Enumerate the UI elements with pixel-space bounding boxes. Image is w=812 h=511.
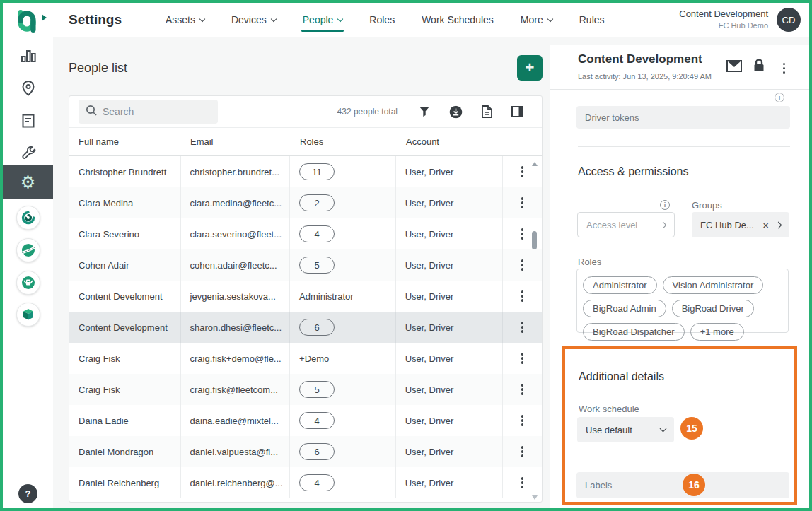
avatar[interactable]: CD	[777, 8, 801, 32]
scroll-down-icon[interactable]	[532, 495, 538, 500]
roles-count-pill: 6	[299, 319, 335, 336]
roles-count-pill: 2	[299, 194, 335, 211]
content-area: People list + 432 people total	[53, 37, 809, 508]
row-actions-button[interactable]	[518, 194, 526, 211]
column-header-account[interactable]: Account	[397, 136, 504, 147]
roles-count-pill: 5	[299, 381, 335, 398]
access-level-field[interactable]: Access level	[577, 212, 675, 237]
search-input[interactable]	[103, 106, 209, 117]
divider	[550, 89, 809, 90]
row-actions-button[interactable]	[518, 225, 526, 242]
download-button[interactable]	[449, 105, 463, 119]
row-actions-button[interactable]	[518, 412, 526, 428]
email-icon[interactable]	[726, 60, 742, 75]
table-row[interactable]: Daniel Reichenberg daniel.reichenberg@..…	[69, 467, 542, 498]
person-account: User, Driver	[396, 436, 504, 467]
row-actions-button[interactable]	[518, 163, 526, 180]
row-actions-button[interactable]	[518, 474, 526, 491]
detail-menu-button[interactable]	[780, 60, 788, 76]
detail-title: Content Development	[578, 52, 702, 66]
person-roles: 6	[290, 312, 396, 343]
filter-button[interactable]	[419, 106, 430, 117]
roles-count-pill: 5	[299, 257, 335, 274]
sidebar-expand-icon[interactable]	[42, 14, 47, 21]
groups-label: Groups	[692, 200, 722, 211]
row-actions-button[interactable]	[518, 381, 526, 397]
road-app-icon[interactable]	[16, 238, 40, 262]
group-chip[interactable]: FC Hub De... ×	[692, 212, 789, 237]
wrench-icon[interactable]	[3, 141, 53, 165]
search-box[interactable]	[79, 100, 218, 124]
role-chip: Vision Administrator	[663, 276, 764, 294]
table-row[interactable]: Content Development sharon.dhesi@fleetc.…	[69, 312, 542, 343]
nav-rules[interactable]: Rules	[579, 3, 605, 37]
help-icon[interactable]: ?	[18, 484, 37, 503]
chevron-down-icon	[199, 16, 205, 21]
person-name: Daniel Reichenberg	[69, 467, 181, 498]
columns-button[interactable]	[511, 106, 523, 117]
dispatch-app-icon[interactable]	[16, 271, 40, 295]
table-row[interactable]: Craig Fisk craig.fisk+demo@fle... +Demo …	[69, 343, 542, 374]
table-row[interactable]: Daina Eadie daina.eadie@mixtel... 4 User…	[69, 405, 542, 436]
person-email: daniel.valpuesta@fl...	[181, 436, 291, 467]
table-row[interactable]: Content Develoment jevgenia.sestakova...…	[69, 281, 542, 312]
nav-work-schedules[interactable]: Work Schedules	[422, 3, 494, 37]
vision-app-icon[interactable]	[16, 206, 40, 230]
work-schedule-select[interactable]: Use default	[577, 417, 674, 442]
person-email: craig.fisk@fleetcom...	[181, 374, 291, 405]
scroll-up-icon[interactable]	[532, 162, 538, 166]
bar-chart-icon[interactable]	[3, 44, 53, 68]
last-activity-label: Last activity: Jun 13, 2025, 9:20:49 AM	[578, 72, 712, 81]
row-actions-button[interactable]	[518, 350, 526, 366]
map-pin-icon[interactable]	[3, 76, 53, 100]
chevron-down-icon	[547, 16, 553, 21]
column-header-full-name[interactable]: Full name	[69, 136, 181, 147]
divider	[578, 146, 790, 147]
info-icon[interactable]: i	[660, 200, 670, 210]
person-account: User, Driver	[396, 312, 504, 343]
row-actions-button[interactable]	[518, 288, 526, 304]
nav-more[interactable]: More	[521, 3, 552, 37]
table-row[interactable]: Daniel Mondragon daniel.valpuesta@fl... …	[69, 436, 542, 467]
row-actions-button[interactable]	[518, 257, 526, 273]
nav-roles[interactable]: Roles	[369, 3, 395, 37]
add-person-button[interactable]: +	[517, 55, 543, 81]
row-actions-button[interactable]	[518, 443, 526, 459]
person-email: daniel.reichenberg@...	[181, 467, 291, 498]
table-row[interactable]: Craig Fisk craig.fisk@fleetcom... 5 User…	[69, 374, 542, 405]
person-roles: 5	[290, 249, 396, 281]
table-row[interactable]: Christopher Brundrett christopher.brundr…	[69, 156, 542, 187]
person-email: craig.fisk+demo@fle...	[181, 343, 291, 374]
people-list-title: People list	[69, 61, 127, 76]
chevron-right-icon[interactable]	[775, 221, 782, 228]
sidebar-divider	[13, 478, 43, 478]
roles-count-pill: +Demo	[299, 353, 329, 364]
nav-people[interactable]: People	[303, 3, 343, 37]
info-icon[interactable]: i	[775, 93, 784, 102]
person-name: Craig Fisk	[69, 343, 181, 374]
close-icon[interactable]: ×	[762, 220, 769, 230]
table-row[interactable]: Clara Severino clara.severino@fleet... 4…	[69, 218, 542, 249]
column-header-email[interactable]: Email	[181, 136, 291, 147]
account-org: FC Hub Demo	[679, 20, 768, 30]
inventory-app-icon[interactable]	[16, 303, 40, 327]
table-row[interactable]: Cohen Adair cohen.adair@fleetc... 5 User…	[69, 249, 542, 281]
column-header-roles[interactable]: Roles	[291, 136, 397, 147]
person-account: User, Driver	[396, 467, 504, 498]
table-row[interactable]: Clara Medina clara.medina@fleetc... 2 Us…	[69, 187, 542, 218]
nav-assets[interactable]: Assets	[166, 3, 204, 37]
lock-icon[interactable]	[753, 58, 765, 76]
driver-tokens-field[interactable]: Driver tokens	[576, 106, 790, 129]
person-name: Clara Severino	[69, 218, 181, 249]
nav-devices[interactable]: Devices	[231, 3, 276, 37]
person-roles: Administrator	[290, 281, 396, 312]
report-icon[interactable]	[3, 109, 53, 133]
row-actions-button[interactable]	[518, 319, 526, 335]
person-roles: 2	[290, 187, 396, 218]
sidebar: ⚙	[3, 3, 53, 508]
brand-logo-icon[interactable]	[13, 7, 41, 38]
table-scrollbar[interactable]	[531, 162, 538, 500]
sidebar-item-settings[interactable]: ⚙	[3, 165, 53, 199]
scrollbar-thumb[interactable]	[532, 231, 537, 249]
export-file-button[interactable]	[482, 105, 492, 118]
